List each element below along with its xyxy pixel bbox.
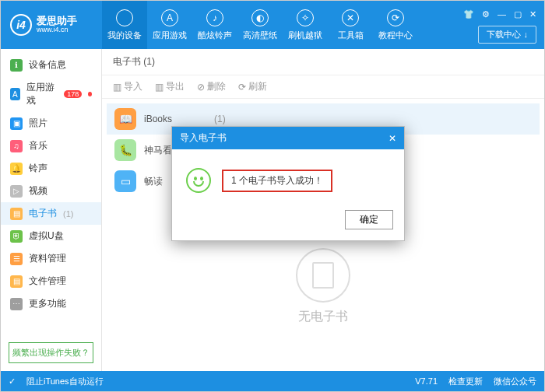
nav-icon: A [161,9,178,26]
nav-教程中心[interactable]: ⟳教程中心 [373,1,418,49]
sidebar-item-更多功能[interactable]: ⋯更多功能 [1,292,101,315]
download-center-button[interactable]: 下载中心 ↓ [478,26,536,44]
sidebar-item-虚拟U盘[interactable]: ⛨虚拟U盘 [1,225,101,247]
sidebar-icon: ☰ [10,253,23,265]
brand-url: www.i4.cn [37,26,77,34]
app-icon: 📖 [114,108,136,130]
sidebar-icon: A [10,88,20,100]
breadcrumb: 电子书 (1) [102,49,544,75]
count: (1) [63,209,73,219]
sidebar-item-照片[interactable]: ▣照片 [1,112,101,135]
sidebar-icon: ⋯ [10,298,23,310]
sidebar-item-资料管理[interactable]: ☰资料管理 [1,247,101,270]
checkmark-icon: ✓ [9,376,16,387]
minimize-button[interactable]: — [498,9,506,19]
nav-应用游戏[interactable]: A应用游戏 [147,1,192,49]
sidebar-item-铃声[interactable]: 🔔铃声 [1,157,101,180]
brand-logo: i4 爱思助手 www.i4.cn [1,14,102,36]
app-name: iBooks [144,114,206,124]
sidebar-icon: ♫ [10,140,23,152]
sidebar-icon: ▤ [10,275,23,288]
delete-button[interactable]: ⊘ 删除 [197,80,226,93]
sidebar-item-视频[interactable]: ▷视频 [1,180,101,202]
itunes-toggle[interactable]: 阻止iTunes自动运行 [26,376,104,387]
sidebar-icon: ⛨ [10,230,23,243]
sidebar-item-文件管理[interactable]: ▤文件管理 [1,270,101,292]
nav-工具箱[interactable]: ✕工具箱 [328,1,373,49]
nav-我的设备[interactable]: 我的设备 [102,1,147,49]
refresh-button[interactable]: ⟳ 刷新 [238,80,267,93]
dialog-close-icon[interactable]: ✕ [389,133,396,144]
export-button[interactable]: ▥ 导出 [155,80,185,93]
nav-icon: ⟳ [387,9,404,26]
sidebar-item-电子书[interactable]: ▤电子书(1) [1,202,101,225]
success-icon [186,168,211,193]
nav-icon [116,9,133,26]
version-label: V7.71 [415,376,438,386]
nav-刷机越狱[interactable]: ✧刷机越狱 [283,1,328,49]
maximize-button[interactable]: ▢ [514,9,522,19]
dialog-message: 1 个电子书导入成功！ [222,170,332,192]
app-count: (1) [214,114,226,124]
brand-name: 爱思助手 [37,16,77,26]
nav-icon: ♪ [206,9,223,26]
theme-icon[interactable]: 👕 [463,9,474,19]
app-icon: 🐛 [114,139,136,161]
import-button[interactable]: ▥ 导入 [113,80,142,93]
nav-icon: ◐ [251,9,269,26]
notification-dot [88,92,92,96]
sidebar-item-设备信息[interactable]: ℹ设备信息 [1,54,101,76]
nav-icon: ✕ [342,9,359,26]
sidebar-item-应用游戏[interactable]: A应用游戏178 [1,76,101,112]
help-button[interactable]: 频繁出现操作失败？ [9,342,93,363]
wechat-button[interactable]: 微信公众号 [494,376,536,387]
import-result-dialog: 导入电子书 ✕ 1 个电子书导入成功！ 确定 [171,126,405,241]
settings-icon[interactable]: ⚙ [482,9,490,19]
nav-icon: ✧ [297,9,314,26]
nav-酷炫铃声[interactable]: ♪酷炫铃声 [192,1,237,49]
sidebar-icon: 🔔 [10,163,23,175]
nav-高清壁纸[interactable]: ◐高清壁纸 [237,1,283,49]
sidebar-item-音乐[interactable]: ♫音乐 [1,135,101,157]
sidebar-icon: ▤ [10,208,23,220]
ok-button[interactable]: 确定 [345,210,393,229]
app-icon: ▭ [114,170,136,192]
empty-icon [296,248,350,303]
empty-text: 无电子书 [298,309,348,325]
sidebar-icon: ℹ [10,59,23,72]
close-button[interactable]: ✕ [529,9,536,19]
badge: 178 [64,90,82,98]
sidebar-icon: ▷ [10,185,23,198]
logo-icon: i4 [10,14,32,36]
check-update-button[interactable]: 检查更新 [448,376,483,387]
dialog-title: 导入电子书 [180,131,227,145]
sidebar-icon: ▣ [10,117,23,130]
